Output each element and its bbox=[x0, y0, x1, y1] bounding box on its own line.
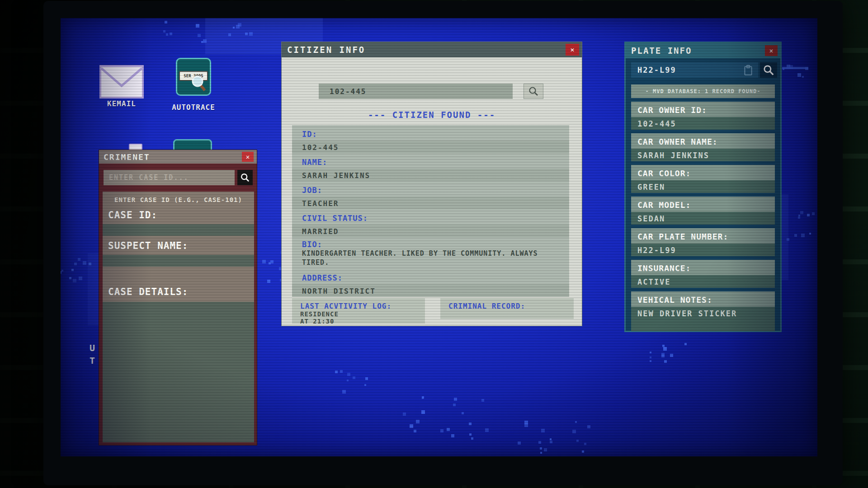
monitor-bezel: KEMAIL SER 3095 AUTOTRACE U T CRIMENET ✕ bbox=[43, 1, 843, 485]
citizen-info-window: CITIZEN INFO ✕ --- CITIZEN FOUND --- ID:… bbox=[281, 42, 582, 326]
last-activity-label: LAST ACVTIVITY LOG: bbox=[300, 302, 425, 310]
record-field-value: SEDAN bbox=[631, 212, 775, 225]
record-field-value: TEACHER bbox=[292, 197, 569, 209]
record-field-value: ACTIVE bbox=[631, 275, 775, 288]
plate-search-input[interactable] bbox=[631, 62, 758, 78]
record-field-label: NAME: bbox=[292, 153, 569, 169]
plate-search-button[interactable] bbox=[760, 62, 777, 78]
citizen-record-panel: ID: 102-445 NAME: SARAH JENKINS JOB: TEA… bbox=[292, 125, 569, 297]
magnifier-icon bbox=[191, 75, 206, 92]
citizen-search-button[interactable] bbox=[524, 84, 543, 99]
envelope-icon bbox=[99, 65, 144, 99]
autotrace-icon-label: AUTOTRACE bbox=[160, 103, 227, 112]
kemail-icon-label: KEMAIL bbox=[88, 99, 156, 108]
clipboard-icon[interactable] bbox=[742, 64, 754, 76]
record-field-label: CAR OWNER ID: bbox=[631, 102, 775, 117]
autotrace-app-icon[interactable]: SER 3095 bbox=[176, 58, 211, 96]
record-field-value: SARAH JENKINS bbox=[631, 149, 775, 161]
citizen-info-titlebar[interactable]: CITIZEN INFO bbox=[282, 42, 582, 57]
search-icon bbox=[240, 173, 250, 183]
record-field-value: NEW DRIVER STICKER bbox=[631, 307, 775, 331]
search-icon bbox=[528, 86, 539, 97]
last-activity-line: AT 21:30 bbox=[300, 318, 425, 325]
record-field-label: CIVIL STATUS: bbox=[292, 209, 569, 225]
record-field-value: MARRIED bbox=[292, 225, 569, 237]
crimenet-hint-text: ENTER CASE ID (E.G., CASE-101) bbox=[103, 196, 254, 203]
record-field-value: 102-445 bbox=[631, 117, 775, 130]
plate-info-titlebar[interactable]: PLATE INFO bbox=[626, 43, 780, 58]
citizen-found-heading: --- CITIZEN FOUND --- bbox=[282, 110, 582, 120]
record-field-label: ADDRESS: bbox=[292, 269, 569, 284]
record-field-label: BIO: bbox=[292, 237, 569, 248]
record-field-label: CAR PLATE NUMBER: bbox=[631, 228, 775, 244]
crimenet-case-panel: ENTER CASE ID (E.G., CASE-101) CASE ID: … bbox=[103, 192, 254, 442]
record-field-label: CAR COLOR: bbox=[631, 165, 775, 180]
case-id-value-field bbox=[103, 224, 254, 236]
crimenet-titlebar[interactable]: CRIMENET bbox=[99, 150, 257, 164]
plate-record-panel: CAR OWNER ID: 102-445 CAR OWNER NAME: SA… bbox=[631, 102, 775, 335]
plate-info-window: PLATE INFO ✕ - MVD DATABASE: 1 RECORD FO… bbox=[624, 42, 782, 332]
case-details-label: CASE DETAILS: bbox=[108, 286, 188, 297]
last-activity-panel: LAST ACVTIVITY LOG: RESIDENCE AT 21:30 bbox=[292, 298, 425, 324]
record-field-value: 102-445 bbox=[292, 141, 569, 153]
suspect-name-label: SUSPECT NAME: bbox=[108, 240, 188, 251]
suspect-name-value-field bbox=[103, 255, 254, 267]
record-field-value: NORTH DISTRICT bbox=[292, 284, 569, 297]
record-field-label: ID: bbox=[292, 125, 569, 141]
hidden-label-line: T bbox=[90, 354, 95, 367]
record-field-label: CAR MODEL: bbox=[631, 197, 775, 212]
record-field-label: INSURANCE: bbox=[631, 260, 775, 275]
crimenet-search-button[interactable] bbox=[237, 170, 253, 185]
citizen-info-close-button[interactable]: ✕ bbox=[566, 44, 579, 56]
criminal-record-label: CRIMINAL RECORD: bbox=[448, 302, 574, 310]
record-field-label: CAR OWNER NAME: bbox=[631, 133, 775, 149]
citizen-search-input[interactable] bbox=[319, 84, 513, 99]
record-field-value: GREEN bbox=[631, 180, 775, 193]
search-icon bbox=[763, 64, 774, 76]
hidden-icon-label: U T bbox=[90, 342, 95, 367]
hidden-desktop-icon-top[interactable] bbox=[129, 144, 142, 150]
plate-info-close-button[interactable]: ✕ bbox=[765, 45, 778, 56]
record-field-value: SARAH JENKINS bbox=[292, 169, 569, 181]
plate-info-title: PLATE INFO bbox=[631, 46, 692, 56]
case-details-value-field bbox=[103, 302, 254, 442]
crimenet-case-id-input[interactable] bbox=[104, 170, 235, 185]
mvd-database-status: - MVD DATABASE: 1 RECORD FOUND- bbox=[631, 84, 775, 98]
crimenet-window: CRIMENET ✕ ENTER CASE ID (E.G., CASE-101… bbox=[99, 150, 257, 446]
hidden-label-line: U bbox=[90, 342, 95, 354]
record-field-value: H22-L99 bbox=[631, 244, 775, 256]
record-field-label: VEHICAL NOTES: bbox=[631, 291, 775, 307]
case-id-label: CASE ID: bbox=[108, 210, 157, 221]
crimenet-close-button[interactable]: ✕ bbox=[242, 152, 254, 162]
crimenet-title: CRIMENET bbox=[104, 152, 150, 162]
last-activity-line: RESIDENCE bbox=[300, 310, 425, 318]
record-field-label: JOB: bbox=[292, 181, 569, 197]
record-field-value: KINDERGARTEN TEACHER. LIKED BY THE COMMU… bbox=[292, 248, 569, 269]
desktop-screen: KEMAIL SER 3095 AUTOTRACE U T CRIMENET ✕ bbox=[61, 18, 817, 456]
kemail-app-icon[interactable] bbox=[99, 65, 144, 99]
citizen-info-title: CITIZEN INFO bbox=[287, 45, 365, 55]
criminal-record-panel: CRIMINAL RECORD: bbox=[440, 298, 574, 319]
hidden-desktop-icon-top-teal[interactable] bbox=[173, 139, 212, 150]
